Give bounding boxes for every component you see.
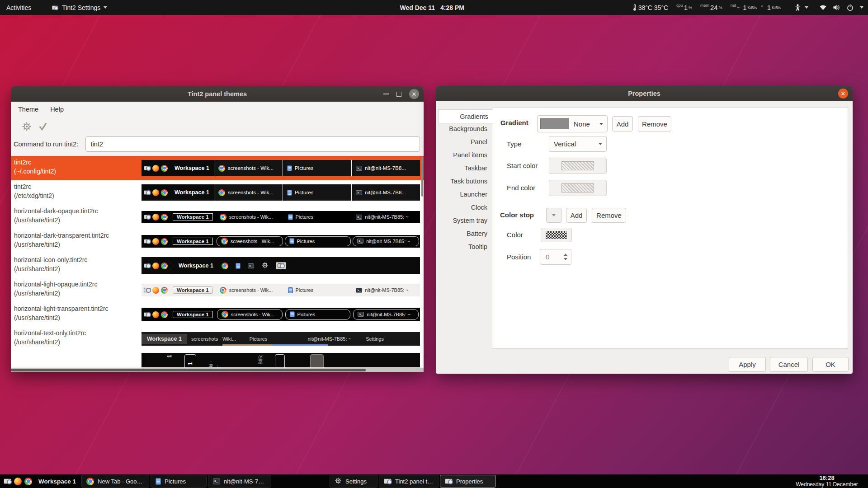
chrome-icon — [221, 238, 228, 244]
task-button-area: New Tab - Googl...Picturesnit@nit-MS-7B8… — [81, 474, 497, 488]
color-button[interactable] — [541, 228, 572, 242]
theme-list-item[interactable]: tint2rc(~/.config/tint2)Workspace 1scree… — [11, 156, 424, 180]
apply-theme-check-icon[interactable] — [38, 122, 48, 131]
mem-indicator[interactable]: mem 24 % — [699, 4, 722, 11]
theme-list-item[interactable]: horizontal-light-opaque.tint2rc(/usr/sha… — [11, 278, 424, 302]
preview-task-label: nit@nit-MS-7B8... — [365, 190, 406, 195]
type-select[interactable]: Vertical — [549, 136, 607, 152]
properties-window-title: Properties — [628, 90, 660, 97]
themes-titlebar[interactable]: Tint2 panel themes ✕ — [11, 86, 424, 102]
theme-list-item[interactable]: horizontal-dark-transparent.tint2rc(/usr… — [11, 229, 424, 253]
preview-vertical-label: Wiki · G... — [208, 355, 219, 367]
tab-system-tray[interactable]: System tray — [439, 214, 492, 227]
firefox-launcher-icon[interactable] — [14, 478, 22, 485]
maximize-button[interactable] — [396, 92, 401, 97]
menu-theme[interactable]: Theme — [18, 106, 38, 113]
tab-backgrounds[interactable]: Backgrounds — [439, 122, 492, 136]
color-stop-remove-button[interactable]: Remove — [592, 208, 626, 223]
tab-tooltip[interactable]: Tooltip — [439, 240, 492, 253]
screenshot-icon — [144, 215, 151, 219]
taskbar-task-tint2-panel-themes[interactable]: Tint2 panel themes — [379, 475, 439, 488]
scrollbar-handle[interactable] — [11, 369, 366, 371]
color-stop-add-button[interactable]: Add — [566, 208, 587, 223]
cpu-indicator[interactable]: cpu 1 % — [675, 4, 692, 11]
panel-clock[interactable]: 16:28 Wednesday 11 December — [788, 475, 868, 488]
preview-workspace-label: Workspace 1 — [173, 286, 213, 294]
tab-taskbar[interactable]: Taskbar — [439, 162, 492, 175]
start-color-button[interactable] — [549, 158, 607, 174]
gradient-swatch — [540, 118, 569, 129]
theme-path: (/usr/share/tint2) — [14, 216, 60, 224]
close-button[interactable]: ✕ — [409, 89, 419, 99]
apply-button[interactable]: Apply — [729, 357, 766, 372]
tab-battery[interactable]: Battery — [439, 227, 492, 240]
position-spinner[interactable]: 0 — [540, 249, 571, 265]
preview-active-task-box — [276, 262, 286, 269]
minimize-button[interactable] — [383, 94, 389, 94]
toolbar — [11, 117, 424, 136]
cancel-button[interactable]: Cancel — [770, 357, 808, 372]
pictures-icon — [156, 478, 161, 485]
menu-help[interactable]: Help — [50, 106, 64, 113]
net-indicator[interactable]: net ~ 1 KiB/s ⌃ 1 KiB/s — [730, 4, 781, 11]
make-default-gear-icon[interactable] — [22, 122, 32, 131]
gradient-add-button[interactable]: Add — [612, 116, 633, 131]
tab-panel[interactable]: Panel — [439, 136, 492, 149]
vertical-scrollbar[interactable] — [421, 157, 423, 197]
pictures-icon — [289, 238, 294, 244]
taskbar-task-nit-nit-ms-7b8[interactable]: nit@nit-MS-7B8... — [208, 475, 271, 488]
preview-separator — [172, 260, 172, 272]
desktop: Activities Tint2 Settings Wed Dec 11 4:2… — [0, 0, 868, 488]
theme-list-item[interactable]: horizontal-dark-opaque.tint2rc(/usr/shar… — [11, 205, 424, 229]
terminal-icon — [357, 239, 363, 244]
preview-task-button: Pictures — [284, 211, 352, 223]
pictures-icon — [288, 214, 293, 220]
theme-list-item[interactable]: horizontal-light-transparent.tint2rc(/us… — [11, 302, 424, 327]
tab-gradients[interactable]: Gradients — [438, 109, 493, 123]
properties-titlebar[interactable]: Properties ✕ — [436, 86, 853, 101]
taskbar-task-new-tab-googl[interactable]: New Tab - Googl... — [81, 475, 149, 488]
tab-clock[interactable]: Clock — [439, 201, 492, 214]
preview-task-button: screenshots - Wik... — [214, 184, 283, 201]
ok-button[interactable]: OK — [812, 357, 849, 372]
accessibility-menu[interactable] — [794, 4, 808, 11]
app-menu[interactable]: Tint2 Settings — [45, 0, 113, 15]
color-stop-select[interactable] — [546, 208, 561, 223]
close-button[interactable]: ✕ — [838, 89, 848, 99]
preview-task-label: screenshots - Wik... — [228, 165, 274, 171]
theme-path: (/usr/share/tint2) — [14, 241, 60, 248]
tab-task-buttons[interactable]: Task buttons — [439, 175, 492, 188]
position-value: 0 — [540, 253, 564, 261]
gradient-select[interactable]: None — [537, 115, 608, 132]
topbar-time: 4:28 PM — [440, 4, 464, 11]
theme-list-item[interactable]: horizontal-text-only.tint2rc(/usr/share/… — [11, 327, 424, 351]
end-color-button[interactable] — [549, 180, 607, 196]
chrome-launcher-icon[interactable] — [24, 478, 32, 485]
spin-down-icon[interactable] — [564, 258, 567, 260]
theme-list-item[interactable]: horizontal-icon-only.tint2rc(/usr/share/… — [11, 253, 424, 278]
tab-panel-items[interactable]: Panel items — [439, 149, 492, 162]
spin-up-icon[interactable] — [564, 253, 567, 256]
command-input[interactable]: tint2 — [85, 136, 420, 152]
wifi-icon — [819, 4, 827, 11]
theme-list-item[interactable]: tint2rc(/etc/xdg/tint2)Workspace 1screen… — [11, 180, 424, 205]
preview-task-label: screenshots · Wiki... — [191, 336, 236, 342]
workspace-label[interactable]: Workspace 1 — [36, 478, 81, 485]
temperature-indicator[interactable]: 38°C 35°C — [631, 4, 668, 11]
preview-task-button: screenshots · Wik... — [216, 284, 284, 296]
taskbar-task-pictures[interactable]: Pictures — [151, 475, 207, 488]
system-menu[interactable] — [819, 4, 863, 11]
screenshot-launcher-icon[interactable] — [4, 479, 11, 484]
clock-menu[interactable]: Wed Dec 11 4:28 PM — [400, 0, 464, 15]
theme-list-item-partial[interactable]: 11Wiki · G...B85: — [11, 351, 424, 367]
activities-button[interactable]: Activities — [0, 0, 38, 15]
tab-launcher[interactable]: Launcher — [439, 188, 492, 201]
taskbar-task-properties[interactable]: Properties — [440, 475, 496, 488]
chrome-icon — [161, 263, 168, 269]
preview-task-button: Settings — [362, 332, 420, 346]
gradient-remove-button[interactable]: Remove — [638, 116, 671, 131]
mem-label: mem — [700, 3, 709, 8]
color-swatch — [546, 231, 567, 239]
taskbar-task-settings[interactable]: Settings — [330, 475, 377, 488]
horizontal-scrollbar[interactable] — [11, 368, 424, 372]
